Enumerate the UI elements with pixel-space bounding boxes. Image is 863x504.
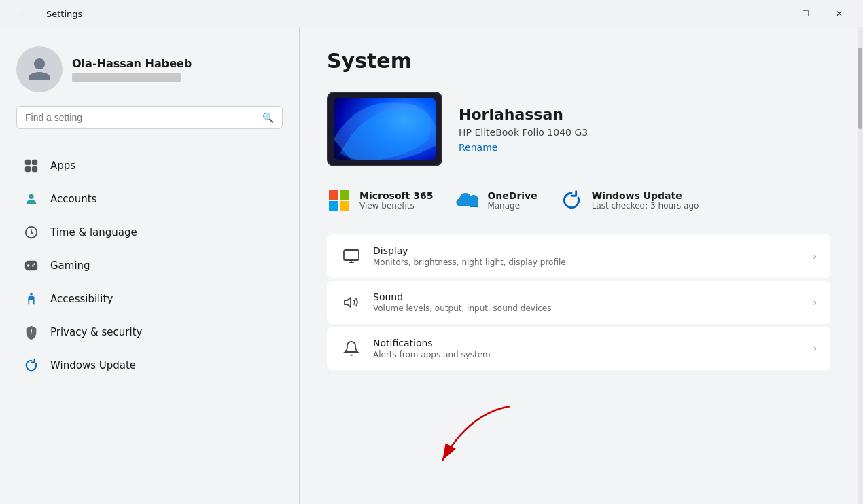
device-card: Horlahassan HP EliteBook Folio 1040 G3 R… (327, 92, 830, 166)
app-title: Settings (46, 9, 82, 19)
sound-content: Sound Volume levels, output, input, soun… (373, 291, 802, 313)
time-icon (22, 223, 41, 242)
user-email-bar (72, 73, 181, 82)
privacy-icon (22, 323, 41, 342)
gaming-label: Gaming (50, 259, 90, 272)
titlebar-controls: — ☐ ✕ (756, 3, 855, 24)
nav-list: Apps Accounts Time & language Gaming (0, 149, 299, 382)
service-windows-update[interactable]: Windows Update Last checked: 3 hours ago (559, 188, 699, 213)
apps-icon (22, 156, 41, 175)
windows-update-label: Windows Update (50, 359, 136, 372)
service-update-icon (559, 188, 584, 213)
search-input[interactable] (25, 112, 257, 123)
svg-point-4 (29, 194, 33, 199)
onedrive-sub: Manage (487, 201, 537, 211)
apps-label: Apps (50, 160, 75, 172)
service-onedrive[interactable]: OneDrive Manage (455, 188, 537, 213)
service-ms365[interactable]: Microsoft 365 View benefits (327, 188, 433, 213)
titlebar: ← Settings — ☐ ✕ (0, 0, 863, 27)
rename-link[interactable]: Rename (459, 142, 588, 153)
notifications-sub: Alerts from apps and system (373, 350, 802, 359)
back-button[interactable]: ← (8, 3, 39, 24)
accessibility-icon (22, 289, 41, 308)
ms365-sub: View benefits (359, 201, 433, 211)
sidebar-item-windows-update[interactable]: Windows Update (5, 349, 294, 382)
sound-chevron: › (813, 297, 817, 308)
notifications-content: Notifications Alerts from apps and syste… (373, 338, 802, 359)
arrow-annotation (402, 399, 524, 484)
user-name: Ola-Hassan Habeeb (72, 57, 192, 70)
scrollbar[interactable] (858, 27, 863, 504)
device-model: HP EliteBook Folio 1040 G3 (459, 127, 588, 138)
settings-list: Display Monitors, brightness, night ligh… (327, 234, 830, 370)
sidebar-item-time-language[interactable]: Time & language (5, 216, 294, 249)
svg-marker-9 (345, 298, 351, 307)
sidebar-item-apps[interactable]: Apps (5, 149, 294, 182)
display-chevron: › (813, 251, 817, 262)
privacy-security-label: Privacy & security (50, 326, 142, 338)
setting-notifications[interactable]: Notifications Alerts from apps and syste… (327, 327, 830, 370)
sidebar-item-privacy-security[interactable]: Privacy & security (5, 316, 294, 348)
svg-rect-1 (32, 160, 37, 165)
titlebar-left: ← Settings (8, 3, 82, 24)
close-button[interactable]: ✕ (824, 3, 855, 24)
windows-swirl (334, 98, 436, 160)
onedrive-info: OneDrive Manage (487, 190, 537, 211)
svg-point-6 (30, 293, 33, 295)
ms365-info: Microsoft 365 View benefits (359, 190, 433, 211)
setting-sound[interactable]: Sound Volume levels, output, input, soun… (327, 281, 830, 324)
gaming-icon (22, 256, 41, 275)
app-window: Ola-Hassan Habeeb 🔍 Apps (0, 27, 863, 504)
accounts-icon (22, 190, 41, 209)
sidebar-item-accessibility[interactable]: Accessibility (5, 283, 294, 315)
arrow-svg (402, 399, 524, 481)
onedrive-name: OneDrive (487, 190, 537, 201)
search-container: 🔍 (0, 106, 299, 143)
main-content: System (300, 27, 858, 504)
avatar (16, 46, 63, 92)
device-info: Horlahassan HP EliteBook Folio 1040 G3 R… (459, 106, 588, 153)
sound-sub: Volume levels, output, input, sound devi… (373, 304, 802, 313)
scrollbar-thumb[interactable] (858, 48, 862, 129)
device-name: Horlahassan (459, 106, 588, 123)
sidebar-divider (16, 143, 283, 143)
update-service-sub: Last checked: 3 hours ago (592, 201, 699, 211)
accessibility-label: Accessibility (50, 293, 113, 305)
device-image-inner (334, 98, 436, 160)
user-info: Ola-Hassan Habeeb (72, 57, 192, 82)
display-content: Display Monitors, brightness, night ligh… (373, 245, 802, 267)
sidebar-item-gaming[interactable]: Gaming (5, 249, 294, 282)
search-box[interactable]: 🔍 (16, 106, 283, 129)
notifications-title: Notifications (373, 338, 802, 348)
display-sub: Monitors, brightness, night light, displ… (373, 257, 802, 267)
svg-rect-2 (25, 166, 31, 172)
onedrive-svg (455, 192, 478, 209)
svg-rect-8 (344, 250, 359, 260)
notifications-icon (340, 338, 362, 359)
user-icon (26, 56, 53, 83)
maximize-button[interactable]: ☐ (790, 3, 821, 24)
device-image (327, 92, 442, 166)
update-icon (22, 356, 41, 375)
sidebar-item-accounts[interactable]: Accounts (5, 183, 294, 215)
sound-icon (340, 291, 362, 313)
display-icon (340, 245, 362, 267)
sidebar: Ola-Hassan Habeeb 🔍 Apps (0, 27, 299, 504)
display-title: Display (373, 245, 802, 256)
update-service-info: Windows Update Last checked: 3 hours ago (592, 190, 699, 211)
setting-display[interactable]: Display Monitors, brightness, night ligh… (327, 234, 830, 278)
page-title: System (327, 49, 830, 73)
notifications-chevron: › (813, 343, 817, 354)
search-icon: 🔍 (262, 112, 274, 123)
minimize-button[interactable]: — (756, 3, 787, 24)
onedrive-icon (455, 188, 479, 213)
update-service-name: Windows Update (592, 190, 699, 201)
accounts-label: Accounts (50, 193, 96, 205)
svg-rect-3 (32, 166, 37, 172)
ms365-icon (327, 188, 351, 213)
ms365-name: Microsoft 365 (359, 190, 433, 201)
sound-title: Sound (373, 291, 802, 302)
svg-rect-0 (25, 160, 31, 165)
time-language-label: Time & language (50, 226, 137, 238)
user-profile[interactable]: Ola-Hassan Habeeb (0, 27, 299, 106)
